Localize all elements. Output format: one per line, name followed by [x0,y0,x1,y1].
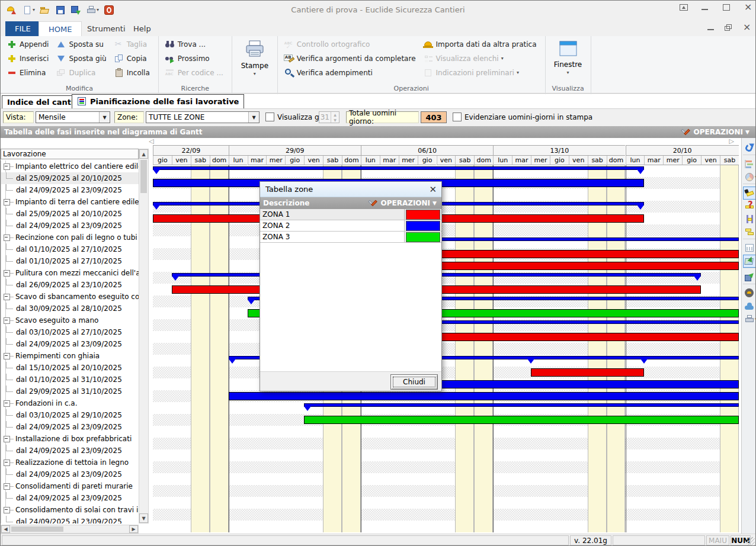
tree-row[interactable]: dal 24/09/2025 al 23/09/2025 [1,468,139,480]
ribbon-button-elimina[interactable]: Elimina [4,66,51,80]
tree-horizontal-scrollbar[interactable]: ◀ ▶ [1,525,139,534]
tree-expand-icon[interactable] [4,235,10,241]
zone-combo[interactable]: TUTTE LE ZONE ▼ [146,111,260,123]
giorni-spinner-arrows[interactable]: ▲▼ [331,112,339,123]
ribbon-button-prossimo[interactable]: Prossimo [162,52,226,66]
tree-row[interactable]: Scavo eseguito a mano [1,314,139,326]
tree-row[interactable]: dal 24/09/2025 al 23/09/2025 [1,445,139,457]
ribbon-button-appendi[interactable]: Appendi [4,37,51,52]
chiudi-button[interactable]: Chiudi [390,374,438,390]
tree-row[interactable]: Installazione di box prefabbricati [1,433,139,445]
splitter-left-icon[interactable]: ◁ [149,137,153,145]
tree-expand-icon[interactable] [4,317,10,324]
tree-row[interactable]: dal 24/09/2025 al 23/09/2025 [1,184,139,196]
ribbon-bigbutton-stampe[interactable]: Stampe▾ [236,37,274,85]
tree-expand-icon[interactable] [4,199,10,205]
tree-row[interactable]: dal 01/10/2025 al 27/10/2025 [1,243,139,255]
toolbar-refresh-icon[interactable] [743,142,756,155]
scroll-up-icon[interactable]: ▲ [139,149,148,159]
ribbon-button-inserisci[interactable]: Inserisci [4,52,51,66]
tree-row[interactable]: Riempimenti con ghiaia [1,350,139,362]
tree-row[interactable]: dal 30/09/2025 al 28/10/2025 [1,303,139,314]
tree-row[interactable]: dal 24/09/2025 al 23/09/2025 [1,220,139,232]
tree-row[interactable]: dal 26/09/2025 al 23/10/2025 [1,279,139,291]
giorni-spinner[interactable]: 31 ▲▼ [319,111,339,123]
tree-expand-icon[interactable] [4,483,10,490]
toolbar-overlap-icon[interactable] [743,226,756,239]
ribbon-button-trova-[interactable]: Trova ... [162,37,226,52]
scroll-right-icon[interactable]: ▶ [129,525,138,533]
splitter-right-icon[interactable]: ▷ [729,137,734,145]
toolbar-question-icon[interactable] [743,200,756,213]
tree-row[interactable]: dal 24/09/2025 al 23/09/2025 [1,492,139,504]
tree-row[interactable]: Scavo di sbancamento eseguito con mezzi.… [1,291,139,303]
tree-row[interactable]: dal 24/09/2025 al 23/09/2025 [1,516,139,523]
tree-column-header[interactable]: Lavorazione [1,149,139,159]
dialog-operazioni-button[interactable]: OPERAZIONI ▼ [367,198,437,208]
tree-row[interactable]: Recinzione con pali di legno o tubi in f… [1,232,139,243]
gantt-bar-green[interactable] [304,416,739,424]
visualizza-giorni-box[interactable] [265,113,274,121]
tab-home[interactable]: HOME [39,21,82,37]
gantt-bar-red[interactable] [531,368,644,377]
close-icon[interactable] [744,4,752,11]
zone-color-swatch[interactable] [406,221,440,231]
tab-file[interactable]: FILE [5,21,40,36]
mdi-minimize-icon[interactable] [707,24,715,31]
dialog-title-bar[interactable]: Tabella zone ✕ [260,182,441,197]
zone-combo-arrow-icon[interactable]: ▼ [248,112,259,123]
tree-expand-icon[interactable] [4,353,10,359]
zone-color-swatch[interactable] [406,210,440,220]
tree-vscroll-thumb[interactable] [140,160,147,193]
zone-row[interactable]: ZONA 1 [260,209,441,220]
gantt-body[interactable] [153,165,739,532]
tree-row[interactable]: dal 24/09/2025 al 23/09/2025 [1,421,139,433]
tree-vertical-scrollbar[interactable]: ▲ ▼ [139,149,149,523]
tree-row[interactable]: dal 03/10/2025 al 29/10/2025 [1,409,139,421]
minimize-icon[interactable] [701,4,709,11]
zone-color-swatch[interactable] [406,232,440,242]
ribbon-button-sposta-gi-[interactable]: Sposta giù [53,52,108,66]
ribbon-collapse-icon[interactable] [680,4,688,11]
tree-row[interactable]: dal 01/10/2025 al 31/10/2025 [1,374,139,386]
tree-row[interactable]: Impianto di terra del cantiere edile [1,196,139,208]
tree-row[interactable]: dal 15/10/2025 al 20/10/2025 [1,362,139,374]
tree-expand-icon[interactable] [4,400,10,407]
toolbar-highlighter-icon[interactable] [743,187,756,200]
tree-row[interactable]: Consolidamenti di pareti murarie [1,480,139,492]
scroll-down-icon[interactable]: ▼ [139,513,148,523]
toolbar-map-icon[interactable] [743,255,756,268]
tree-row[interactable]: dal 29/09/2025 al 31/10/2025 [1,386,139,397]
toolbar-save-export-icon[interactable] [743,271,756,284]
gantt-summary-bar[interactable] [304,403,739,407]
toolbar-calendar-icon[interactable] [743,242,756,255]
resize-grip[interactable] [747,537,755,545]
tree-row[interactable]: dal 01/10/2025 al 27/10/2025 [1,255,139,267]
tree-row[interactable]: Fondazioni in c.a. [1,397,139,409]
tree-expand-icon[interactable] [4,507,10,513]
ribbon-bigbutton-finestre[interactable]: Finestre▾ [549,37,587,85]
tree-expand-icon[interactable] [4,460,10,466]
tree-row[interactable]: dal 24/09/2025 al 23/09/2025 [1,338,139,350]
zone-row[interactable]: ZONA 2 [260,220,441,232]
doc-tab-pianificazione[interactable]: Pianificazione delle fasi lavorative [72,94,244,109]
vista-combo-arrow-icon[interactable]: ▼ [99,112,110,123]
tree-row[interactable]: Realizzazione di tettoia in legno [1,457,139,468]
evidenziare-checkbox[interactable]: Evidenziare uomini-giorni in stampa [453,113,592,121]
operazioni-button[interactable]: OPERAZIONI ▼ [680,127,749,137]
tree-row[interactable]: dal 25/09/2025 al 20/10/2025 [1,208,139,220]
tree-expand-icon[interactable] [4,294,10,300]
ribbon-button-verifica-adempimenti[interactable]: Verifica adempimenti [281,66,418,80]
ribbon-button-copia[interactable]: Copia [111,52,152,66]
evidenziare-box[interactable] [453,113,462,121]
tree-row[interactable]: dal 03/10/2025 al 27/10/2025 [1,326,139,338]
tree-row[interactable]: Impianto elettrico del cantiere edile [1,160,139,172]
ribbon-button-sposta-su[interactable]: Sposta su [53,37,108,52]
toolbar-split-icon[interactable] [743,213,756,226]
tree-row[interactable]: Pulitura con mezzi meccanici dell'area d… [1,267,139,279]
zone-row[interactable]: ZONA 3 [260,232,441,243]
mdi-close-icon[interactable] [742,24,751,31]
tree-row[interactable]: Consolidamento di solai con travi in leg… [1,504,139,516]
tab-help[interactable]: Help [124,21,161,36]
toolbar-chart-bars-icon[interactable] [743,158,756,171]
